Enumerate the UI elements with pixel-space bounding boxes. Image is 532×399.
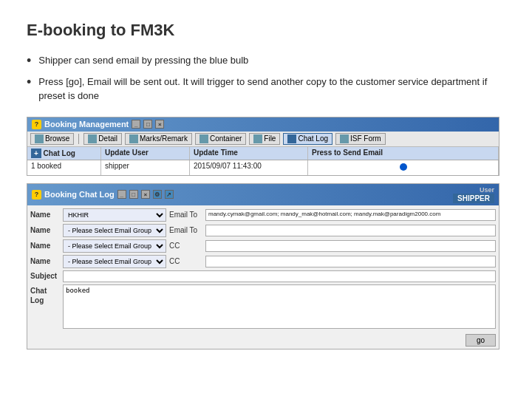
chat-log-icon: [287, 134, 296, 143]
bcl-row-3: Name - Please Select Email Group - CC: [30, 239, 496, 253]
send-email-indicator[interactable]: [400, 163, 407, 171]
bcl-row-2: Name - Please Select Email Group - Email…: [30, 224, 496, 237]
separator-1: [78, 134, 79, 144]
bm-titlebar: ? Booking Management _ □ ×: [27, 117, 499, 132]
toolbar-container[interactable]: Container: [195, 133, 246, 145]
bm-title: Booking Management: [44, 120, 129, 129]
booking-management-panel: ? Booking Management _ □ × Browse Detail…: [27, 117, 499, 176]
col-header-update-user: Update User: [101, 147, 190, 160]
bcl-name-label-4: Name: [30, 257, 60, 265]
toolbar-isf-form[interactable]: ISF Form: [335, 133, 386, 145]
close-icon[interactable]: ×: [155, 120, 164, 129]
bcl-user-section: User SHIPPER: [453, 186, 494, 203]
bm-table-header: + Chat Log Update User Update Time Press…: [27, 147, 499, 160]
add-chat-log-btn[interactable]: +: [31, 149, 41, 158]
help-icon: ?: [32, 120, 41, 129]
bcl-cc-value-3[interactable]: [205, 240, 496, 252]
bcl-name-select-3[interactable]: - Please Select Email Group -: [63, 239, 166, 253]
bullet-dot-2: •: [27, 75, 31, 91]
bcl-name-select-4[interactable]: - Please Select Email Group -: [63, 255, 166, 268]
bcl-help-icon: ?: [32, 190, 41, 200]
toolbar-file[interactable]: File: [249, 133, 280, 145]
bcl-chatlog-label: ChatLog: [30, 284, 60, 305]
detail-icon: [88, 134, 97, 143]
bm-toolbar: Browse Detail Marks/Remark Container Fil…: [27, 132, 499, 147]
bullet-text-1: Shipper can send email by pressing the b…: [38, 53, 248, 68]
cell-chat-log: 1 booked: [27, 160, 101, 175]
bcl-subject-input[interactable]: [63, 270, 496, 282]
bcl-email-to-value-1: mandy.cymak@gmail.com; mandy_mak@hotmail…: [205, 209, 496, 221]
bullet-dot-1: •: [27, 53, 31, 69]
col-header-press-send: Press to Send Email: [308, 147, 499, 160]
bcl-minimize-icon[interactable]: _: [117, 190, 126, 199]
bcl-extra-icon2[interactable]: ↗: [165, 190, 174, 199]
bcl-name-select-1[interactable]: HKHIR: [63, 208, 166, 222]
toolbar-browse[interactable]: Browse: [30, 133, 74, 145]
bcl-titlebar: ? Booking Chat Log _ □ × ⚙ ↗ User SHIPPE…: [27, 184, 499, 205]
bullet-item-2: • Press [go], Email will be sent out. It…: [27, 75, 505, 103]
file-icon: [253, 134, 262, 143]
bcl-name-select-2[interactable]: - Please Select Email Group -: [63, 224, 166, 237]
bcl-cc-value-4[interactable]: [205, 256, 496, 267]
isf-icon: [340, 134, 349, 143]
bcl-chatlog-textarea[interactable]: booked: [63, 284, 496, 329]
bcl-name-label-3: Name: [30, 242, 60, 250]
cell-time: 2015/09/07 11:43:00: [190, 160, 308, 175]
bcl-row-4: Name - Please Select Email Group - CC: [30, 255, 496, 268]
bcl-email-to-value-2[interactable]: [205, 225, 496, 236]
minimize-icon[interactable]: _: [132, 120, 140, 129]
slide-container: E-booking to FM3K • Shipper can send ema…: [0, 0, 532, 399]
container-icon: [200, 134, 208, 143]
table-row: 1 booked shipper 2015/09/07 11:43:00: [27, 160, 499, 175]
bcl-footer: go: [27, 332, 499, 349]
bcl-name-label-2: Name: [30, 226, 60, 234]
toolbar-detail[interactable]: Detail: [83, 133, 122, 145]
bullet-item-1: • Shipper can send email by pressing the…: [27, 53, 505, 69]
slide-title: E-booking to FM3K: [27, 21, 505, 40]
toolbar-chat-log[interactable]: Chat Log: [283, 133, 332, 145]
browse-icon: [35, 134, 44, 143]
bcl-subject-row: Subject: [30, 270, 496, 282]
bcl-close-icon[interactable]: ×: [141, 190, 150, 199]
marks-icon: [129, 134, 138, 143]
bcl-subject-label: Subject: [30, 272, 60, 280]
toolbar-marks-remark[interactable]: Marks/Remark: [125, 133, 192, 145]
bcl-cc-label-3: CC: [169, 242, 202, 250]
maximize-icon[interactable]: □: [143, 120, 152, 129]
bcl-email-to-label-1: Email To: [169, 211, 202, 219]
bcl-extra-icon1[interactable]: ⚙: [153, 190, 162, 199]
bcl-titlebar-left: ? Booking Chat Log _ □ × ⚙ ↗: [32, 190, 174, 200]
bcl-email-to-label-2: Email To: [169, 226, 202, 234]
bcl-row-1: Name HKHIR Email To mandy.cymak@gmail.co…: [30, 208, 496, 222]
bcl-name-label-1: Name: [30, 211, 60, 219]
col-header-update-time: Update Time: [190, 147, 308, 160]
booking-chat-log-panel: ? Booking Chat Log _ □ × ⚙ ↗ User SHIPPE…: [27, 183, 499, 349]
bcl-title: Booking Chat Log: [44, 190, 115, 199]
bcl-user-label: User: [480, 186, 494, 194]
bcl-cc-label-4: CC: [169, 257, 202, 265]
bullet-text-2: Press [go], Email will be sent out. It w…: [38, 75, 505, 103]
go-button[interactable]: go: [466, 334, 496, 347]
col-header-chat-log: + Chat Log: [27, 147, 101, 160]
bullet-list: • Shipper can send email by pressing the…: [27, 53, 505, 103]
bcl-maximize-icon[interactable]: □: [129, 190, 138, 199]
bcl-chatlog-section: ChatLog booked: [30, 284, 496, 329]
cell-send-email[interactable]: [308, 160, 499, 175]
bcl-body: Name HKHIR Email To mandy.cymak@gmail.co…: [27, 205, 499, 332]
cell-user: shipper: [101, 160, 190, 175]
bcl-user-value: SHIPPER: [453, 194, 494, 203]
